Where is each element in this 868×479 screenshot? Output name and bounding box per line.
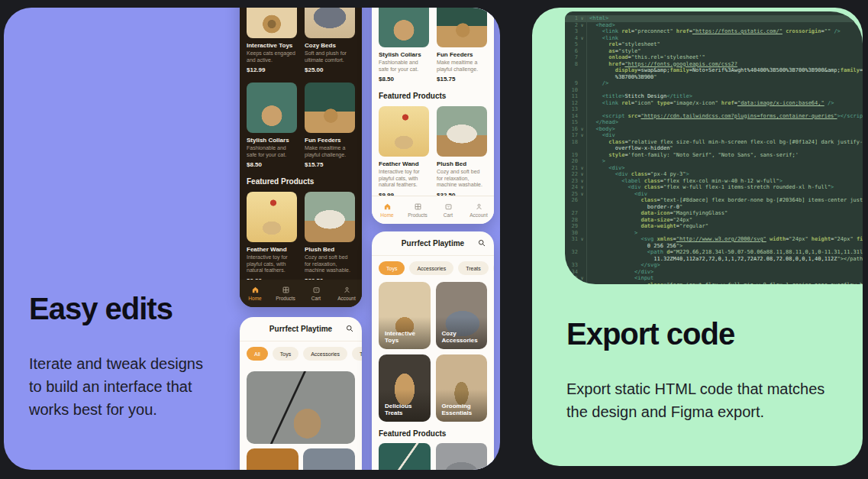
search-icon[interactable] (477, 238, 486, 248)
product-card-stylish-collars[interactable]: Stylish CollarsFashionable and safe for … (247, 83, 297, 168)
fold-arrow-icon[interactable]: ∨ (578, 22, 586, 29)
featured-photo-grey-cat-bed[interactable] (436, 443, 488, 470)
chip-treats[interactable]: Treats (352, 347, 362, 361)
code-line: 1∨<html> (565, 15, 863, 22)
gutter-spacer (578, 243, 586, 250)
easy-edits-copy: Easy edits Iterate and tweak designs to … (29, 292, 235, 421)
line-number (565, 67, 578, 74)
product-image-stylish-collars (247, 83, 297, 133)
line-number (565, 243, 578, 250)
fold-arrow-icon[interactable]: ∨ (578, 236, 586, 243)
gutter-divider (586, 197, 587, 204)
code-line: 8 href="https://fonts.googleapis.com/css… (565, 61, 863, 68)
nav-item-account[interactable]: Account (463, 196, 494, 224)
chip-toys[interactable]: Toys (273, 347, 298, 361)
code-line: 0 256 256"> (565, 243, 863, 250)
product-card-fun-feeders[interactable]: Fun FeedersMake mealtime a playful chall… (437, 8, 487, 83)
nav-item-cart[interactable]: Cart (301, 280, 331, 307)
code-text: href="https://fonts.googleapis.com/css2? (589, 61, 863, 68)
gutter-divider (586, 67, 587, 74)
fold-arrow-icon[interactable]: ∨ (578, 191, 586, 198)
chip-accessories[interactable]: Accessories (409, 261, 453, 275)
nav-item-home[interactable]: Home (372, 196, 402, 224)
nav-item-home[interactable]: Home (240, 280, 270, 307)
product-price: $25.00 (305, 66, 355, 73)
store-screen: Interactive ToysKeeps cats engaged and a… (372, 8, 494, 199)
fold-arrow-icon[interactable]: ∨ (578, 132, 586, 139)
chip-treats[interactable]: Treats (458, 261, 489, 275)
gallery-photo-cat-playing-with-wand[interactable] (247, 371, 355, 444)
nav-item-account[interactable]: Account (331, 280, 362, 307)
featured-products-heading: Featured Products (379, 429, 487, 438)
code-text: <div class="px-4 py-3"> (589, 171, 863, 178)
code-text: <label class="flex flex-col min-w-40 h-1… (589, 178, 863, 185)
nav-item-products[interactable]: Products (402, 196, 433, 224)
search-icon[interactable] (345, 324, 354, 333)
gutter-divider (586, 87, 587, 94)
code-line: 3 <link rel="preconnect" href="https://f… (565, 28, 863, 35)
code-text: <title>Stitch Design</title> (589, 93, 863, 100)
code-line: 5 rel="stylesheet" (565, 41, 863, 48)
chip-all[interactable]: All (247, 347, 268, 361)
code-text: <path d="M229.66,218.34l-50.07-50.06a88.… (589, 249, 863, 256)
fold-arrow-icon[interactable]: ∨ (578, 35, 586, 42)
code-line: 2∨ <head> (565, 22, 863, 29)
line-number: 28 (565, 217, 578, 224)
product-image-plush-bed (305, 192, 355, 242)
line-number: 23 (565, 178, 578, 185)
fold-arrow-icon[interactable]: ∨ (578, 126, 586, 133)
nav-item-cart[interactable]: Cart (433, 196, 463, 224)
fold-arrow-icon[interactable]: ∨ (578, 275, 586, 282)
line-number: 17 (565, 132, 578, 139)
line-number: 7 (565, 54, 578, 61)
product-card-plush-bed[interactable]: Plush BedCozy and soft bed for relaxatio… (305, 192, 355, 284)
fold-arrow-icon[interactable]: ∨ (578, 15, 586, 22)
product-price: $8.50 (379, 76, 429, 83)
product-card-fun-feeders[interactable]: Fun FeedersMake mealtime a playful chall… (305, 83, 355, 168)
line-number (565, 204, 578, 211)
featured-photo-feather-on-teal[interactable] (379, 443, 431, 470)
product-description: Cozy and soft bed for relaxation, machin… (437, 169, 487, 189)
product-card-cozy-beds[interactable]: Cozy BedsSoft and plush for ultimate com… (305, 8, 355, 73)
code-line: 26 class="text-[#8daece] flex border-non… (565, 197, 863, 204)
gutter-spacer (578, 119, 586, 126)
featured-products-heading: Featured Products (379, 92, 487, 100)
gutter-divider (586, 15, 587, 22)
fold-arrow-icon[interactable]: ∨ (578, 178, 586, 185)
fold-arrow-icon[interactable]: ∨ (578, 165, 586, 172)
export-code-title: Export code (566, 317, 849, 351)
code-editor: 1∨<html>2∨ <head>3 <link rel="preconnect… (565, 11, 863, 284)
store-screen: Interactive ToysKeeps cats engaged and a… (240, 8, 362, 284)
category-card-cozy-accessories[interactable]: Cozy Accessories (436, 282, 488, 349)
product-card-stylish-collars[interactable]: Stylish CollarsFashionable and safe for … (379, 8, 429, 83)
code-text: </div> (589, 269, 863, 276)
code-line: 14 <script src="https://cdn.tailwindcss.… (565, 113, 863, 120)
gutter-spacer (578, 41, 586, 48)
category-card-interactive-toys[interactable]: Interactive Toys (379, 282, 431, 349)
chip-toys[interactable]: Toys (379, 261, 405, 275)
gallery-photo-cat-on-blue[interactable] (303, 448, 355, 470)
nav-label: Account (469, 212, 488, 218)
gallery-photo-cat-on-orange[interactable] (247, 448, 298, 470)
product-grid: Interactive ToysKeeps cats engaged and a… (247, 8, 355, 168)
product-card-feather-wand[interactable]: Feather WandInteractive toy for playful … (247, 192, 297, 284)
category-label: Grooming Essentials (442, 403, 488, 416)
product-card-feather-wand[interactable]: Feather WandInteractive toy for playful … (379, 106, 429, 199)
nav-item-products[interactable]: Products (270, 280, 301, 307)
code-text: data-size="24px" (589, 217, 863, 224)
category-card-delicious-treats[interactable]: Delicious Treats (379, 354, 431, 422)
fold-arrow-icon[interactable]: ∨ (578, 171, 586, 178)
product-description: Interactive toy for playful cats, with n… (247, 254, 297, 274)
code-text: data-icon="MagnifyingGlass" (589, 210, 863, 217)
product-card-interactive-toys[interactable]: Interactive ToysKeeps cats engaged and a… (247, 8, 297, 73)
chip-grooming[interactable]: Grooming (493, 261, 494, 275)
line-number: 1 (565, 15, 578, 22)
product-description: Make mealtime a playful challenge. (437, 60, 487, 73)
gutter-spacer (578, 145, 586, 152)
product-card-plush-bed[interactable]: Plush BedCozy and soft bed for relaxatio… (437, 106, 487, 199)
chip-accessories[interactable]: Accessories (303, 347, 347, 361)
code-text: class="relative flex size-full min-h-scr… (589, 139, 863, 146)
fold-arrow-icon[interactable]: ∨ (578, 184, 586, 191)
gutter-divider (586, 113, 587, 120)
category-card-grooming-essentials[interactable]: Grooming Essentials (436, 354, 488, 422)
